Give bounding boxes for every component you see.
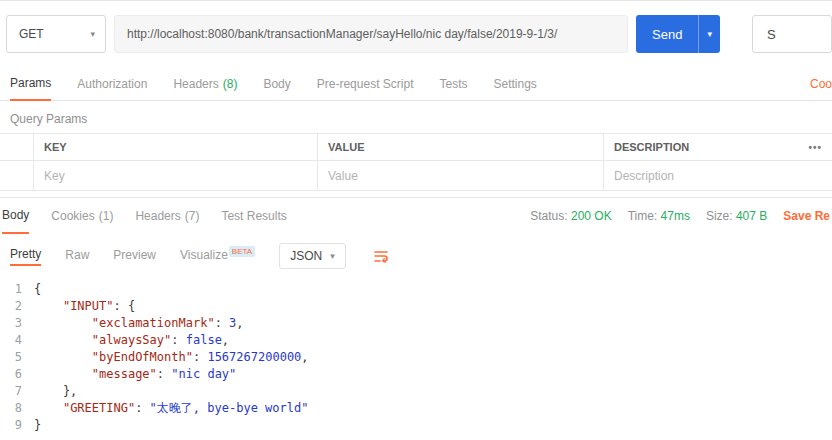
beta-badge: BETA	[229, 246, 255, 257]
code-line: 5 "byEndOfMonth": 1567267200000,	[0, 349, 832, 366]
cookies-link[interactable]: Coo	[810, 77, 832, 91]
response-headers-count-badge: (7)	[185, 209, 200, 223]
save-button[interactable]: S	[752, 15, 832, 53]
time-badge: Time: 47ms	[628, 209, 690, 223]
response-body-code: 1{2 "INPUT": {3 "exclamationMark": 3,4 "…	[0, 277, 832, 434]
param-description-input[interactable]	[614, 169, 822, 183]
tab-body[interactable]: Body	[263, 67, 290, 101]
response-tab-headers[interactable]: Headers (7)	[135, 198, 199, 234]
code-line: 9}	[0, 417, 832, 434]
method-dropdown[interactable]: GET ▾	[6, 15, 106, 53]
format-label: JSON	[290, 249, 322, 263]
column-header-description: DESCRIPTION •••	[604, 134, 832, 160]
code-line: 3 "exclamationMark": 3,	[0, 315, 832, 332]
tab-prerequest-script[interactable]: Pre-request Script	[317, 67, 414, 101]
format-dropdown[interactable]: JSON ▾	[279, 243, 346, 269]
line-number: 9	[0, 417, 34, 434]
table-row	[0, 161, 832, 191]
tab-headers[interactable]: Headers (8)	[173, 67, 237, 101]
tab-params[interactable]: Params	[10, 67, 51, 101]
save-button-label: S	[767, 27, 776, 42]
line-number: 7	[0, 383, 34, 400]
code-line: 2 "INPUT": {	[0, 298, 832, 315]
tab-authorization[interactable]: Authorization	[77, 67, 147, 101]
view-tab-pretty[interactable]: Pretty	[10, 247, 41, 266]
code-line: 4 "alwaysSay": false,	[0, 332, 832, 349]
code-line: 7 },	[0, 383, 832, 400]
line-number: 8	[0, 400, 34, 417]
tab-settings[interactable]: Settings	[494, 67, 537, 101]
line-number: 4	[0, 332, 34, 349]
view-tab-preview[interactable]: Preview	[113, 248, 156, 265]
tab-tests[interactable]: Tests	[439, 67, 467, 101]
wrap-text-icon[interactable]	[372, 247, 390, 265]
line-number: 3	[0, 315, 34, 332]
send-button-label[interactable]: Send	[636, 15, 698, 53]
code-line: 8 "GREETING": "太晚了, bye-bye world"	[0, 400, 832, 417]
row-handle-cell	[0, 161, 34, 190]
line-number: 6	[0, 366, 34, 383]
row-handle-cell	[0, 134, 34, 160]
headers-count-badge: (8)	[223, 77, 238, 91]
cookies-count-badge: (1)	[99, 209, 114, 223]
response-meta: Status: 200 OK Time: 47ms Size: 407 B Sa…	[530, 209, 832, 223]
code-line: 1{	[0, 281, 832, 298]
response-viewer-toolbar: Pretty Raw Preview VisualizeBETA JSON ▾	[0, 233, 832, 277]
status-badge: Status: 200 OK	[530, 209, 611, 223]
line-number: 5	[0, 349, 34, 366]
send-button[interactable]: Send ▾	[636, 15, 720, 53]
response-tab-test-results[interactable]: Test Results	[221, 198, 286, 234]
method-label: GET	[19, 27, 44, 41]
url-input[interactable]	[114, 15, 628, 53]
response-tabs: Body Cookies (1) Headers (7) Test Result…	[2, 198, 287, 234]
response-tab-cookies[interactable]: Cookies (1)	[51, 198, 113, 234]
view-tab-visualize[interactable]: VisualizeBETA	[180, 248, 255, 265]
request-url-bar: GET ▾ Send ▾ S	[0, 1, 832, 67]
size-badge: Size: 407 B	[706, 209, 767, 223]
line-number: 1	[0, 281, 34, 298]
query-params-title: Query Params	[0, 101, 832, 133]
table-header-row: KEY VALUE DESCRIPTION •••	[0, 134, 832, 161]
column-header-key: KEY	[34, 134, 318, 160]
request-tabs: Params Authorization Headers (8) Body Pr…	[0, 67, 832, 101]
line-number: 2	[0, 298, 34, 315]
chevron-down-icon: ▾	[90, 29, 95, 39]
code-line: 6 "message": "nic day"	[0, 366, 832, 383]
chevron-down-icon: ▾	[330, 251, 335, 261]
query-params-table: KEY VALUE DESCRIPTION •••	[0, 133, 832, 191]
chevron-down-icon: ▾	[707, 29, 712, 39]
response-tab-body[interactable]: Body	[2, 198, 29, 234]
response-header: Body Cookies (1) Headers (7) Test Result…	[0, 197, 832, 233]
view-tab-raw[interactable]: Raw	[65, 248, 89, 265]
column-header-value: VALUE	[318, 134, 604, 160]
param-value-input[interactable]	[328, 169, 593, 183]
param-key-input[interactable]	[44, 169, 307, 183]
send-options-button[interactable]: ▾	[698, 15, 720, 53]
save-response-button[interactable]: Save Re	[783, 209, 830, 223]
more-options-icon[interactable]: •••	[808, 142, 822, 153]
postman-request-view: GET ▾ Send ▾ S Params Authorization Head…	[0, 0, 832, 440]
